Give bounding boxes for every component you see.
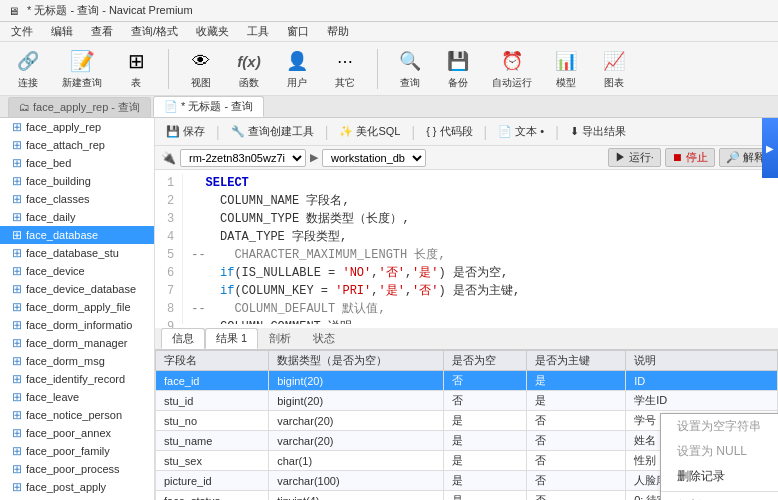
user-icon: 👤 [283,47,311,75]
toolbar-other[interactable]: ⋯ 其它 [325,45,365,92]
sidebar-item-face-dorm-msg[interactable]: ⊞ face_dorm_msg [0,352,154,370]
sidebar-item-face-leave[interactable]: ⊞ face_leave [0,388,154,406]
sidebar-item-face-identify-record[interactable]: ⊞ face_identify_record [0,370,154,388]
sidebar-item-face-dorm-apply-file[interactable]: ⊞ face_dorm_apply_file [0,298,154,316]
table-icon: ⊞ [12,174,22,188]
table-icon: ⊞ [12,264,22,278]
table-icon: ⊞ [12,462,22,476]
database-select[interactable]: workstation_db [322,149,426,167]
run-button[interactable]: ▶ 运行· [608,148,661,167]
toolbar-backup[interactable]: 💾 备份 [438,45,478,92]
tab-untitled-query[interactable]: 📄 * 无标题 - 查询 [153,96,264,117]
sql-editor[interactable]: 12345 6789 SELECT COLUMN_NAME 字段名, COLUM… [155,170,778,328]
toolbar-view[interactable]: 👁 视图 [181,45,221,92]
toolbar-user[interactable]: 👤 用户 [277,45,317,92]
autorun-icon: ⏰ [498,47,526,75]
toolbar-table[interactable]: ⊞ 表 [116,45,156,92]
connection-select[interactable]: rm-2zetn83n05wz7i [180,149,306,167]
ctx-set-empty-string[interactable]: 设置为空字符串 [661,414,778,439]
beautify-sql-button[interactable]: ✨ 美化SQL [334,123,405,140]
table-icon: ⊞ [122,47,150,75]
menu-help[interactable]: 帮助 [324,23,352,40]
save-button[interactable]: 💾 保存 [161,123,210,140]
toolbar-autorun[interactable]: ⏰ 自动运行 [486,45,538,92]
menu-edit[interactable]: 编辑 [48,23,76,40]
ctx-delete-record[interactable]: 删除记录 [661,464,778,489]
toolbar-function[interactable]: f(x) 函数 [229,45,269,92]
table-icon: ⊞ [12,336,22,350]
tab-info[interactable]: 信息 [161,328,205,349]
code-segment-button[interactable]: { } 代码段 [421,123,477,140]
content-area: ⊞ face_apply_rep ⊞ face_attach_rep ⊞ fac… [0,118,778,500]
view-icon: 👁 [187,47,215,75]
tab-face-apply-rep[interactable]: 🗂 face_apply_rep - 查询 [8,97,151,117]
col-header-primary: 是否为主键 [527,351,626,371]
table-icon: ⊞ [12,300,22,314]
sidebar-item-face-classes[interactable]: ⊞ face_classes [0,190,154,208]
main-panel: ▶ 💾 保存 | 🔧 查询创建工具 | ✨ 美化SQL | { } 代码段 | … [155,118,778,500]
col-header-field: 字段名 [156,351,269,371]
toolbar-chart[interactable]: 📈 图表 [594,45,634,92]
col-header-type: 数据类型（是否为空） [269,351,443,371]
col-header-desc: 说明 [626,351,778,371]
conn-icon: 🔌 [161,151,176,165]
sidebar-item-face-database[interactable]: ⊞ face_database [0,226,154,244]
table-icon: ⊞ [12,120,22,134]
arrow-icon: ▶ [310,151,318,164]
stop-button[interactable]: ⏹ 停止 [665,148,715,167]
sidebar-item-face-device-database[interactable]: ⊞ face_device_database [0,280,154,298]
table-row[interactable]: face_id bigint(20) 否 是 ID [156,371,778,391]
tab-status[interactable]: 状态 [302,328,346,349]
sidebar-item-face-notice-person[interactable]: ⊞ face_notice_person [0,406,154,424]
context-menu: 设置为空字符串 设置为 NULL 删除记录 复制 复制为 粘贴 显示 ▶ [660,413,778,500]
sidebar-item-face-post-apply[interactable]: ⊞ face_post_apply [0,478,154,496]
sidebar-item-face-daily[interactable]: ⊞ face_daily [0,208,154,226]
sidebar-item-face-apply-rep[interactable]: ⊞ face_apply_rep [0,118,154,136]
toolbar-new-query[interactable]: 📝 新建查询 [56,45,108,92]
title-text: * 无标题 - 查询 - Navicat Premium [27,3,193,18]
menu-query-format[interactable]: 查询/格式 [128,23,181,40]
table-icon: ⊞ [12,354,22,368]
table-icon: ⊞ [12,282,22,296]
table-icon: ⊞ [12,318,22,332]
sidebar-item-face-dorm-manager[interactable]: ⊞ face_dorm_manager [0,334,154,352]
toolbar-divider-2 [377,49,378,89]
sidebar-item-face-bed[interactable]: ⊞ face_bed [0,154,154,172]
connect-icon: 🔗 [14,47,42,75]
query-icon: 🔍 [396,47,424,75]
menu-bar: 文件 编辑 查看 查询/格式 收藏夹 工具 窗口 帮助 [0,22,778,42]
connection-bar: 🔌 rm-2zetn83n05wz7i ▶ workstation_db ▶ 运… [155,146,778,170]
code-content[interactable]: SELECT COLUMN_NAME 字段名, COLUMN_TYPE 数据类型… [191,174,774,324]
sidebar-item-face-poor-family[interactable]: ⊞ face_poor_family [0,442,154,460]
sidebar-item-face-attach-rep[interactable]: ⊞ face_attach_rep [0,136,154,154]
sidebar-item-face-device[interactable]: ⊞ face_device [0,262,154,280]
sidebar-item-face-poor-process[interactable]: ⊞ face_poor_process [0,460,154,478]
table-row[interactable]: stu_id bigint(20) 否 是 学生ID [156,391,778,411]
tab-result-1[interactable]: 结果 1 [205,328,258,349]
menu-view[interactable]: 查看 [88,23,116,40]
export-results-button[interactable]: ⬇ 导出结果 [565,123,631,140]
sidebar-item-face-dorm-information[interactable]: ⊞ face_dorm_informatio [0,316,154,334]
menu-window[interactable]: 窗口 [284,23,312,40]
sidebar-item-face-building[interactable]: ⊞ face_building [0,172,154,190]
ctx-copy[interactable]: 复制 [661,494,778,500]
text-button[interactable]: 📄 文本 • [493,123,549,140]
query-builder-button[interactable]: 🔧 查询创建工具 [226,123,319,140]
tab-profile[interactable]: 剖析 [258,328,302,349]
query-toolbar: 💾 保存 | 🔧 查询创建工具 | ✨ 美化SQL | { } 代码段 | 📄 … [155,118,778,146]
menu-file[interactable]: 文件 [8,23,36,40]
sidebar-item-face-post-employment[interactable]: ⊞ face_post_employme [0,496,154,500]
sidebar-item-face-database-stu[interactable]: ⊞ face_database_stu [0,244,154,262]
sidebar-item-face-poor-annex[interactable]: ⊞ face_poor_annex [0,424,154,442]
menu-tools[interactable]: 工具 [244,23,272,40]
line-numbers: 12345 6789 [159,174,183,324]
menu-favorites[interactable]: 收藏夹 [193,23,232,40]
table-icon: ⊞ [12,444,22,458]
toolbar-connect[interactable]: 🔗 连接 [8,45,48,92]
table-icon: ⊞ [12,210,22,224]
toolbar-query[interactable]: 🔍 查询 [390,45,430,92]
toolbar-model[interactable]: 📊 模型 [546,45,586,92]
table-icon: ⊞ [12,480,22,494]
ctx-set-null[interactable]: 设置为 NULL [661,439,778,464]
title-bar: 🖥 * 无标题 - 查询 - Navicat Premium [0,0,778,22]
